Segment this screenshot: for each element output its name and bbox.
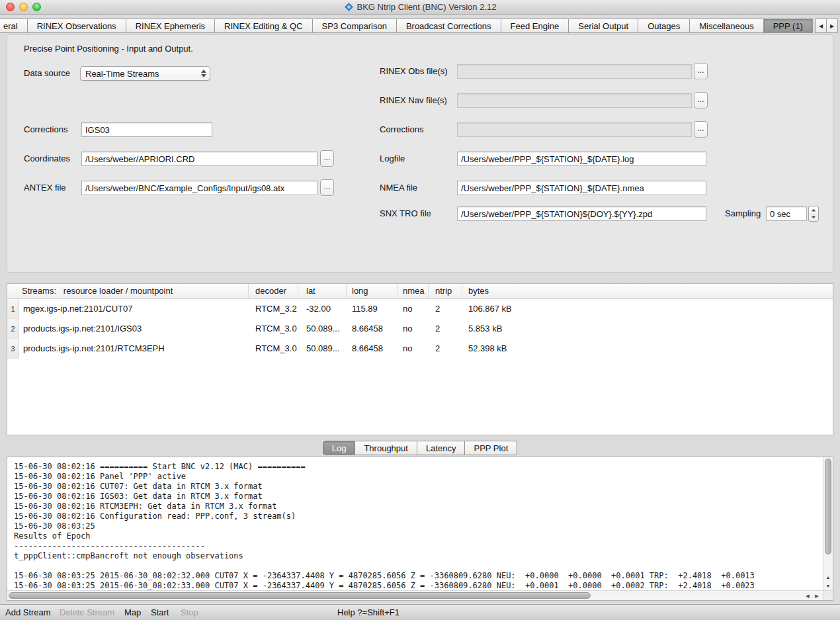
sampling-stepper: [808, 206, 819, 222]
tab-log[interactable]: Log: [323, 441, 356, 455]
stream-row-1[interactable]: 1 mgex.igs-ip.net:2101/CUT07 RTCM_3.2 -3…: [7, 299, 833, 319]
log-line: 15-06-30 08:02:16 ========== Start BNC v…: [14, 462, 823, 472]
cell-nmea: no: [398, 299, 429, 319]
map-button[interactable]: Map: [124, 605, 141, 620]
window-title-text: BKG Ntrip Client (BNC) Version 2.12: [357, 2, 497, 12]
stepper-up-icon[interactable]: [809, 206, 818, 214]
scroll-down-icon[interactable]: ▼: [823, 582, 833, 590]
row-number: 1: [7, 299, 19, 319]
vertical-scrollbar-thumb[interactable]: [825, 459, 831, 554]
start-button[interactable]: Start: [151, 605, 169, 620]
header-long: long: [347, 284, 398, 298]
log-line: [14, 561, 823, 571]
tab-ppp-plot[interactable]: PPP Plot: [464, 441, 517, 455]
cell-mountpoint: products.igs-ip.net:2101/RTCM3EPH: [19, 339, 249, 359]
bnc-window: BKG Ntrip Client (BNC) Version 2.12 eral…: [0, 0, 840, 620]
data-source-dropdown[interactable]: Real-Time Streams: [80, 66, 210, 81]
cell-decoder: RTCM_3.2: [249, 299, 298, 319]
coordinates-input[interactable]: [81, 152, 317, 166]
tab-serial-output[interactable]: Serial Output: [568, 19, 638, 33]
logfile-input[interactable]: [457, 152, 706, 166]
tab-latency[interactable]: Latency: [417, 441, 466, 455]
cell-mountpoint: mgex.igs-ip.net:2101/CUT07: [19, 299, 249, 319]
antex-input[interactable]: [81, 181, 317, 195]
vertical-scrollbar-arrows: ▲ ▼: [823, 573, 833, 590]
nmea-file-input[interactable]: [457, 181, 706, 195]
tab-sp3-comparison[interactable]: SP3 Comparison: [312, 19, 397, 33]
header-ntrip: ntrip: [429, 284, 462, 298]
tabs-scroll-left-icon[interactable]: ◀: [815, 19, 827, 33]
cell-decoder: RTCM_3.0: [249, 339, 298, 359]
row-number: 3: [7, 339, 19, 359]
cell-lat: 50.089...: [298, 339, 347, 359]
title-bar[interactable]: BKG Ntrip Client (BNC) Version 2.12: [0, 0, 840, 15]
logfile-label: Logfile: [380, 152, 405, 166]
corrections-out-input: [457, 122, 692, 137]
antex-label: ANTEX file: [24, 181, 66, 195]
tabs-scroll-right-icon[interactable]: ▶: [826, 19, 838, 33]
data-source-value: Real-Time Streams: [81, 69, 199, 79]
cell-ntrip: 2: [429, 339, 462, 359]
rinex-nav-browse-button[interactable]: ...: [694, 92, 708, 109]
cell-bytes: 5.853 kB: [462, 319, 833, 339]
corrections-input[interactable]: [81, 122, 212, 137]
tab-broadcast-corrections[interactable]: Broadcast Corrections: [396, 19, 501, 33]
row-number: 2: [7, 319, 19, 339]
antex-browse-button[interactable]: ...: [320, 179, 334, 196]
add-stream-button[interactable]: Add Stream: [5, 605, 51, 620]
stepper-down-icon[interactable]: [809, 214, 818, 222]
coordinates-browse-button[interactable]: ...: [320, 150, 334, 167]
ppp-settings-panel: Precise Point Positioning - Input and Ou…: [7, 34, 833, 273]
stream-row-3[interactable]: 3 products.igs-ip.net:2101/RTCM3EPH RTCM…: [7, 339, 833, 359]
scroll-right-icon[interactable]: ▶: [812, 591, 821, 601]
vertical-scrollbar[interactable]: ▲ ▼: [823, 457, 833, 590]
log-line: 15-06-30 08:02:16 IGS03: Get data in RTC…: [14, 492, 823, 502]
nmea-file-label: NMEA file: [380, 181, 417, 195]
tab-miscellaneous[interactable]: Miscellaneous: [689, 19, 763, 33]
tab-rinex-ephemeris[interactable]: RINEX Ephemeris: [126, 19, 215, 33]
horizontal-scrollbar-thumb[interactable]: [9, 592, 591, 599]
tab-feed-engine[interactable]: Feed Engine: [501, 19, 569, 33]
rinex-obs-browse-button[interactable]: ...: [694, 63, 708, 79]
tab-rinex-editing-qc[interactable]: RINEX Editing & QC: [214, 19, 313, 33]
sampling-input[interactable]: [766, 206, 807, 221]
panel-heading: Precise Point Positioning - Input and Ou…: [24, 44, 193, 54]
tab-outages[interactable]: Outages: [638, 19, 690, 33]
cell-lat: -32.00: [298, 299, 347, 319]
log-line: 15-06-30 08:02:16 RTCM3EPH: Get data in …: [14, 502, 823, 511]
streams-table-header: Streams: resource loader / mountpoint de…: [7, 284, 833, 299]
log-panel: 15-06-30 08:02:16 ========== Start BNC v…: [7, 457, 833, 601]
header-bytes: bytes: [462, 284, 833, 298]
tab-throughput[interactable]: Throughput: [355, 441, 417, 455]
stop-button: Stop: [181, 605, 198, 620]
snx-tro-input[interactable]: [457, 206, 706, 221]
coordinates-label: Coordinates: [24, 152, 70, 166]
rinex-obs-label: RINEX Obs file(s): [380, 64, 448, 79]
log-line: ----------------------------------------: [14, 541, 823, 551]
log-line: t_pppClient::cmpBancroft not enough obse…: [14, 551, 823, 561]
tab-general[interactable]: eral: [0, 19, 28, 33]
cell-long: 115.89: [347, 299, 398, 319]
scroll-up-icon[interactable]: ▲: [823, 573, 833, 582]
horizontal-scrollbar-arrows: ◀ ▶: [803, 591, 821, 601]
log-line: 15-06-30 08:02:16 Configuration read: PP…: [14, 511, 823, 521]
corrections-label: Corrections: [24, 122, 67, 137]
rinex-obs-input: [457, 64, 692, 79]
cell-bytes: 106.867 kB: [462, 299, 833, 319]
tab-rinex-observations[interactable]: RINEX Observations: [27, 19, 126, 33]
header-mountpoint: Streams: resource loader / mountpoint: [7, 284, 249, 298]
tab-scroll-arrows: ◀ ▶: [816, 19, 838, 33]
stream-row-2[interactable]: 2 products.igs-ip.net:2101/IGS03 RTCM_3.…: [7, 319, 833, 339]
cell-long: 8.66458: [347, 319, 398, 339]
log-viewport[interactable]: 15-06-30 08:02:16 ========== Start BNC v…: [7, 457, 823, 590]
corrections-out-browse-button[interactable]: ...: [694, 121, 708, 138]
horizontal-scrollbar[interactable]: ◀ ▶: [7, 590, 823, 600]
cell-mountpoint: products.igs-ip.net:2101/IGS03: [19, 319, 249, 339]
corrections-out-label: Corrections: [380, 122, 423, 137]
top-tabs: eral RINEX Observations RINEX Ephemeris …: [0, 19, 814, 33]
rinex-nav-label: RINEX Nav file(s): [380, 93, 447, 108]
tab-ppp[interactable]: PPP (1): [763, 19, 813, 33]
scroll-left-icon[interactable]: ◀: [803, 591, 812, 601]
bnc-app-icon: [344, 2, 354, 16]
streams-table: Streams: resource loader / mountpoint de…: [7, 283, 833, 435]
